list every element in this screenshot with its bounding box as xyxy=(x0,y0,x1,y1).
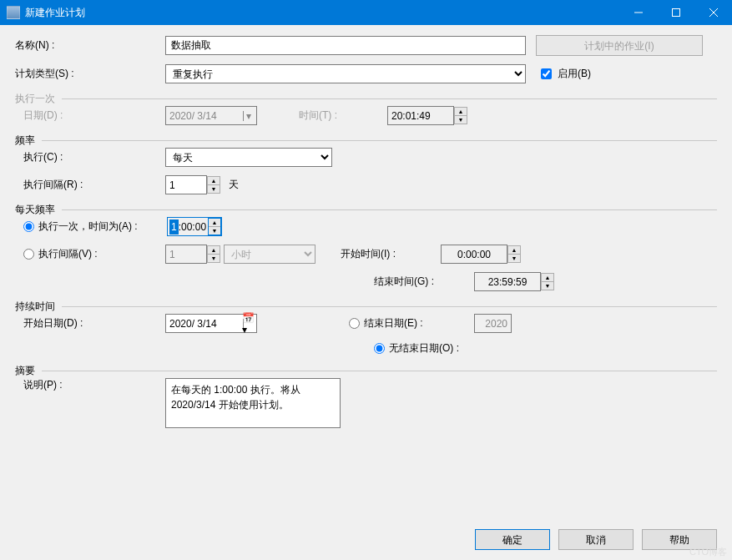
daily-start-label: 开始时间(I) : xyxy=(341,247,441,261)
once-section-label: 执行一次 xyxy=(15,92,717,106)
once-date-picker: 2020/ 3/14 ▾ xyxy=(165,106,257,125)
type-label: 计划类型(S) : xyxy=(15,67,165,81)
daily-once-radio[interactable]: 执行一次，时间为(A) : xyxy=(23,219,167,234)
enable-checkbox[interactable]: 启用(B) xyxy=(538,66,591,82)
freq-section-label: 频率 xyxy=(15,134,717,148)
window-title: 新建作业计划 xyxy=(25,6,619,20)
cancel-button[interactable]: 取消 xyxy=(558,529,634,550)
once-time-input: 20:01:49 xyxy=(387,106,454,125)
once-time-label: 时间(T) : xyxy=(299,108,337,123)
svg-rect-1 xyxy=(672,9,679,17)
daily-section-label: 每天频率 xyxy=(15,203,717,217)
duration-end-year: 2020 xyxy=(474,314,512,333)
duration-start-label: 开始日期(D) : xyxy=(23,316,165,330)
name-label: 名称(N) : xyxy=(15,38,165,53)
watermark: CTO博客 xyxy=(689,546,727,558)
app-icon xyxy=(7,6,20,19)
daily-interval-unit-select: 小时 xyxy=(224,245,316,264)
name-input[interactable] xyxy=(165,36,526,55)
daily-start-time: 0:00:00 xyxy=(441,245,507,264)
summary-desc-text[interactable] xyxy=(165,378,341,428)
freq-interval-input[interactable]: 1 xyxy=(165,175,207,194)
type-select[interactable]: 重复执行 xyxy=(165,64,526,83)
once-date-label: 日期(D) : xyxy=(23,108,165,123)
daily-once-time-input[interactable]: 1:00:00 ▲▼ xyxy=(167,217,222,236)
freq-exec-select[interactable]: 每天 xyxy=(165,148,332,167)
duration-start-picker[interactable]: 2020/ 3/14 📅▾ xyxy=(165,314,257,333)
close-button[interactable] xyxy=(694,0,732,25)
daily-end-time: 23:59:59 xyxy=(474,272,541,291)
daily-interval-input: 1 xyxy=(165,245,207,264)
chevron-down-icon: ▾ xyxy=(243,111,253,121)
enable-checkbox-input[interactable] xyxy=(541,68,552,79)
daily-interval-spinner: ▲▼ xyxy=(207,245,220,263)
enable-label: 启用(B) xyxy=(558,67,591,81)
freq-interval-label: 执行间隔(R) : xyxy=(23,178,165,192)
freq-exec-label: 执行(C) : xyxy=(23,150,165,164)
freq-interval-spinner[interactable]: ▲▼ xyxy=(207,176,220,194)
maximize-button[interactable] xyxy=(657,0,694,25)
daily-end-label: 结束时间(G) : xyxy=(374,275,474,289)
summary-desc-label: 说明(P) : xyxy=(23,378,165,392)
scheduled-jobs-button: 计划中的作业(I) xyxy=(536,35,703,56)
once-time-spinner: ▲▼ xyxy=(454,107,467,124)
minimize-button[interactable] xyxy=(619,0,657,25)
daily-interval-radio[interactable]: 执行间隔(V) : xyxy=(23,247,165,261)
duration-enddate-radio[interactable]: 结束日期(E) : xyxy=(349,316,474,330)
daily-once-time-spinner[interactable]: ▲▼ xyxy=(208,218,221,235)
summary-section-label: 摘要 xyxy=(15,364,717,378)
freq-interval-unit: 天 xyxy=(229,178,239,192)
ok-button[interactable]: 确定 xyxy=(475,529,550,550)
titlebar: 新建作业计划 xyxy=(0,0,732,25)
daily-end-spinner: ▲▼ xyxy=(541,273,554,290)
calendar-icon[interactable]: 📅▾ xyxy=(243,319,253,329)
duration-section-label: 持续时间 xyxy=(15,300,717,314)
daily-start-spinner: ▲▼ xyxy=(507,245,521,263)
duration-noend-radio[interactable]: 无结束日期(O) : xyxy=(374,341,459,356)
